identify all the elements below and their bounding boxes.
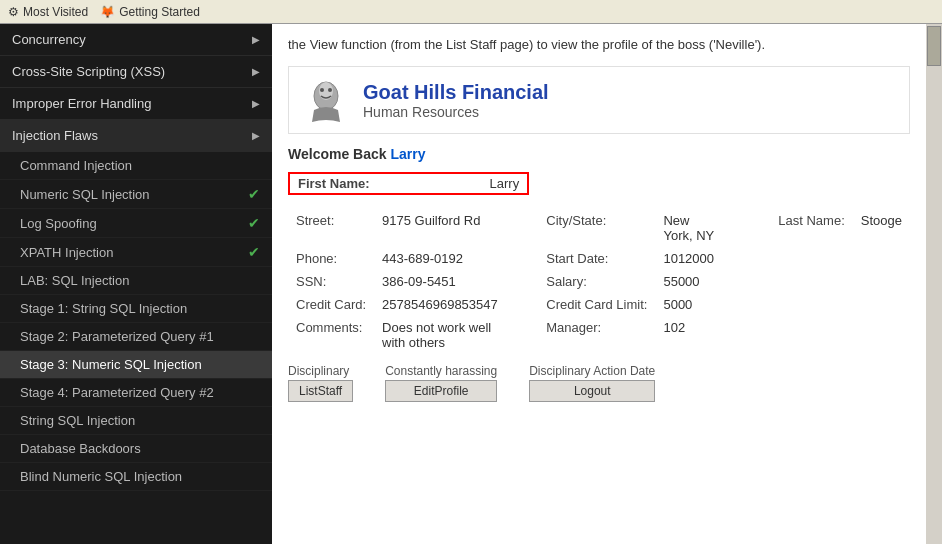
company-subtitle: Human Resources xyxy=(363,104,549,120)
sidebar-item-label: Stage 4: Parameterized Query #2 xyxy=(20,385,214,400)
sidebar-item-stage1[interactable]: Stage 1: String SQL Injection xyxy=(0,295,272,323)
sidebar-category-xss[interactable]: Cross-Site Scripting (XSS) ▶ xyxy=(0,56,272,88)
company-logo xyxy=(301,75,351,125)
sidebar-category-concurrency[interactable]: Concurrency ▶ xyxy=(0,24,272,56)
salary-label: Salary: xyxy=(506,270,655,293)
welcome-text: Welcome Back Larry xyxy=(288,146,910,162)
browser-bar: ⚙ Most Visited 🦊 Getting Started xyxy=(0,0,942,24)
table-row: Credit Card: 2578546969853547 Credit Car… xyxy=(288,293,910,316)
phone-value: 443-689-0192 xyxy=(374,247,506,270)
sidebar-item-label: String SQL Injection xyxy=(20,413,135,428)
sidebar-item-label: Stage 1: String SQL Injection xyxy=(20,301,187,316)
sidebar-category-injection-label: Injection Flaws xyxy=(12,128,98,143)
sidebar-item-xpath-injection[interactable]: XPATH Injection ✔ xyxy=(0,238,272,267)
sidebar-item-log-spoofing[interactable]: Log Spoofing ✔ xyxy=(0,209,272,238)
first-name-highlighted-box: First Name: Larry xyxy=(288,172,529,195)
first-name-label: First Name: xyxy=(298,176,370,191)
getting-started-link[interactable]: 🦊 Getting Started xyxy=(100,5,200,19)
firefox-icon: 🦊 xyxy=(100,5,115,19)
manager-label: Manager: xyxy=(506,316,655,354)
street-label: Street: xyxy=(288,209,374,247)
sidebar-item-blind-numeric[interactable]: Blind Numeric SQL Injection xyxy=(0,463,272,491)
company-info: Goat Hills Financial Human Resources xyxy=(363,81,549,120)
check-icon: ✔ xyxy=(248,186,260,202)
city-state-value: New York, NY xyxy=(655,209,722,247)
intro-text: the View function (from the List Staff p… xyxy=(288,36,910,54)
scrollbar-track[interactable] xyxy=(926,24,942,544)
sidebar-item-label: Stage 3: Numeric SQL Injection xyxy=(20,357,202,372)
content-area: the View function (from the List Staff p… xyxy=(272,24,926,544)
sidebar-item-stage3[interactable]: Stage 3: Numeric SQL Injection xyxy=(0,351,272,379)
sidebar-item-label: Numeric SQL Injection xyxy=(20,187,150,202)
most-visited-menu[interactable]: ⚙ Most Visited xyxy=(8,5,88,19)
list-staff-button[interactable]: ListStaff xyxy=(288,380,353,402)
sidebar-category-concurrency-label: Concurrency xyxy=(12,32,86,47)
street-value: 9175 Guilford Rd xyxy=(374,209,506,247)
actions-area: Disciplinary ListStaff Constantly harass… xyxy=(288,364,910,402)
profile-table: Street: 9175 Guilford Rd City/State: New… xyxy=(288,209,910,354)
last-name-label: Last Name: xyxy=(738,209,852,247)
action-group: Constantly harassing EditProfile xyxy=(385,364,497,402)
credit-card-limit-value: 5000 xyxy=(655,293,722,316)
first-name-value: Larry xyxy=(490,176,520,191)
sidebar-item-lab-sql[interactable]: LAB: SQL Injection xyxy=(0,267,272,295)
sidebar-item-label: Log Spoofing xyxy=(20,216,97,231)
table-row: Phone: 443-689-0192 Start Date: 1012000 xyxy=(288,247,910,270)
sidebar-item-label: Command Injection xyxy=(20,158,132,173)
table-row: Street: 9175 Guilford Rd City/State: New… xyxy=(288,209,910,247)
scrollbar-thumb[interactable] xyxy=(927,26,941,66)
salary-value: 55000 xyxy=(655,270,722,293)
sidebar-item-command-injection[interactable]: Command Injection xyxy=(0,152,272,180)
sidebar: Concurrency ▶ Cross-Site Scripting (XSS)… xyxy=(0,24,272,544)
company-name: Goat Hills Financial xyxy=(363,81,549,104)
company-header: Goat Hills Financial Human Resources xyxy=(288,66,910,134)
start-date-value: 1012000 xyxy=(655,247,722,270)
sidebar-category-xss-label: Cross-Site Scripting (XSS) xyxy=(12,64,165,79)
comments-value: Does not work well with others xyxy=(374,316,506,354)
most-visited-label: Most Visited xyxy=(23,5,88,19)
table-row: SSN: 386-09-5451 Salary: 55000 xyxy=(288,270,910,293)
table-row: Comments: Does not work well with others… xyxy=(288,316,910,354)
sidebar-item-stage2[interactable]: Stage 2: Parameterized Query #1 xyxy=(0,323,272,351)
sidebar-item-label: Blind Numeric SQL Injection xyxy=(20,469,182,484)
edit-profile-button[interactable]: EditProfile xyxy=(385,380,497,402)
chevron-right-icon: ▶ xyxy=(252,98,260,109)
welcome-label: Welcome Back xyxy=(288,146,387,162)
gear-icon: ⚙ xyxy=(8,5,19,19)
credit-card-label: Credit Card: xyxy=(288,293,374,316)
welcome-name-link[interactable]: Larry xyxy=(390,146,425,162)
sidebar-category-error-label: Improper Error Handling xyxy=(12,96,151,111)
sidebar-item-db-backdoors[interactable]: Database Backdoors xyxy=(0,435,272,463)
sidebar-item-label: Database Backdoors xyxy=(20,441,141,456)
city-state-label: City/State: xyxy=(506,209,655,247)
chevron-right-icon: ▶ xyxy=(252,130,260,141)
sidebar-item-label: XPATH Injection xyxy=(20,245,113,260)
sidebar-item-label: Stage 2: Parameterized Query #1 xyxy=(20,329,214,344)
sidebar-item-string-sql[interactable]: String SQL Injection xyxy=(0,407,272,435)
disciplinary-group: Disciplinary ListStaff xyxy=(288,364,353,402)
svg-point-2 xyxy=(320,88,324,92)
chevron-right-icon: ▶ xyxy=(252,66,260,77)
getting-started-label: Getting Started xyxy=(119,5,200,19)
sidebar-category-error-handling[interactable]: Improper Error Handling ▶ xyxy=(0,88,272,120)
disciplinary-label: Disciplinary xyxy=(288,364,353,378)
main-container: Concurrency ▶ Cross-Site Scripting (XSS)… xyxy=(0,24,942,544)
check-icon: ✔ xyxy=(248,215,260,231)
manager-value: 102 xyxy=(655,316,722,354)
credit-card-limit-label: Credit Card Limit: xyxy=(506,293,655,316)
comments-label: Comments: xyxy=(288,316,374,354)
svg-point-3 xyxy=(328,88,332,92)
ssn-value: 386-09-5451 xyxy=(374,270,506,293)
disciplinary-action-date-label: Disciplinary Action Date xyxy=(529,364,655,378)
sidebar-item-stage4[interactable]: Stage 4: Parameterized Query #2 xyxy=(0,379,272,407)
last-name-value: Stooge xyxy=(853,209,910,247)
start-date-label: Start Date: xyxy=(506,247,655,270)
sidebar-item-label: LAB: SQL Injection xyxy=(20,273,129,288)
disciplinary-date-group: Disciplinary Action Date Logout xyxy=(529,364,655,402)
sidebar-category-injection[interactable]: Injection Flaws ▶ xyxy=(0,120,272,152)
sidebar-item-numeric-sql[interactable]: Numeric SQL Injection ✔ xyxy=(0,180,272,209)
logout-button[interactable]: Logout xyxy=(529,380,655,402)
chevron-right-icon: ▶ xyxy=(252,34,260,45)
ssn-label: SSN: xyxy=(288,270,374,293)
phone-label: Phone: xyxy=(288,247,374,270)
